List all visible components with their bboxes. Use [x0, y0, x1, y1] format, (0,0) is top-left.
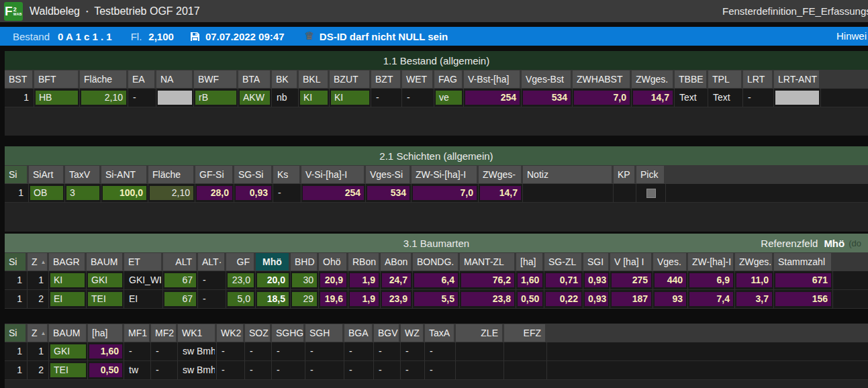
col-header-bst[interactable]: BST: [5, 70, 32, 88]
col-header-bondg[interactable]: BONDG.: [413, 253, 458, 271]
col-header-kp[interactable]: KP: [614, 166, 634, 183]
hinweis-label[interactable]: Hinwei: [836, 27, 867, 46]
cell-ha[interactable]: 1,60: [516, 271, 544, 289]
cell-siart[interactable]: OB: [29, 184, 65, 202]
col-header-si-ant[interactable]: Si-ANT: [101, 166, 146, 183]
cell-bst[interactable]: 1: [5, 89, 34, 107]
cell-bft[interactable]: HB: [34, 89, 80, 107]
col-header-notiz[interactable]: Notiz: [523, 166, 612, 183]
col-header-efz[interactable]: EFZ: [504, 324, 545, 342]
cell-zle[interactable]: [456, 342, 504, 360]
col-header-alt[interactable]: ALT·: [198, 253, 224, 271]
col-header-si[interactable]: Si: [5, 324, 26, 342]
col-header-vges[interactable]: Vges.: [653, 253, 686, 271]
cell-vges[interactable]: 440: [653, 271, 688, 289]
col-header-bzt[interactable]: BZT: [371, 70, 400, 88]
cell-taxv[interactable]: 3: [65, 184, 101, 202]
col-header-si[interactable]: Si: [5, 253, 26, 271]
col-header-bagr[interactable]: BAGR: [49, 253, 85, 271]
cell-tbbe[interactable]: Text: [675, 89, 708, 107]
cell-v-si-ha-i[interactable]: 254: [301, 184, 366, 202]
cell-bagr[interactable]: KI: [49, 271, 87, 289]
cell-ohö[interactable]: 20,9: [319, 271, 348, 289]
cell-ohö[interactable]: 19,6: [319, 290, 348, 308]
col-header-gf[interactable]: GF: [226, 253, 254, 271]
col-header-mf1[interactable]: MF1: [124, 324, 149, 342]
cell-zwges[interactable]: 14,7: [479, 184, 523, 202]
cell-zwges[interactable]: 11,0: [735, 271, 774, 289]
cell-ha[interactable]: 0,50: [516, 290, 544, 308]
cell-si[interactable]: 1: [5, 361, 28, 379]
cell-sghg[interactable]: -: [272, 361, 305, 379]
cell-bgv[interactable]: -: [374, 361, 401, 379]
col-header-v-bst-ha[interactable]: V-Bst-[ha]: [464, 70, 520, 88]
cell-sg-zl[interactable]: 0,71: [544, 271, 583, 289]
cell-baum[interactable]: TEI: [87, 290, 124, 308]
cell-zw-si-ha-i[interactable]: 7,0: [412, 184, 479, 202]
col-header-ha[interactable]: [ha]: [88, 324, 122, 342]
col-header-z[interactable]: Z▲: [28, 253, 47, 271]
cell-mhö[interactable]: 20,0: [256, 271, 291, 289]
col-header-sghg[interactable]: SGHG: [272, 324, 303, 342]
cell-sg-si[interactable]: 0,93: [234, 184, 273, 202]
cell-bga[interactable]: -: [344, 342, 374, 360]
col-header-z[interactable]: Z▲: [28, 324, 47, 342]
cell-vges-bst[interactable]: 534: [522, 89, 573, 107]
cell-z[interactable]: 2: [28, 361, 49, 379]
col-header-v-si-ha-i[interactable]: V-Si-[ha]-I: [301, 166, 364, 183]
cell-si[interactable]: 1: [5, 271, 28, 289]
cell-kp[interactable]: [614, 184, 636, 202]
col-header-bk[interactable]: BK: [272, 70, 297, 88]
cell-mf2[interactable]: -: [151, 342, 178, 360]
col-header-fläche[interactable]: Fläche: [80, 70, 126, 88]
cell-bta[interactable]: AKW: [238, 89, 272, 107]
cell-bkl[interactable]: KI: [299, 89, 330, 107]
cell-stammzahl[interactable]: 156: [774, 290, 833, 308]
cell-soz[interactable]: -: [245, 342, 272, 360]
cell-wk2[interactable]: -: [217, 361, 245, 379]
col-header-zle[interactable]: ZLE: [456, 324, 502, 342]
col-header-et[interactable]: ET: [124, 253, 161, 271]
col-header-sg-si[interactable]: SG-Si: [234, 166, 271, 183]
cell-baum[interactable]: GKI: [49, 342, 88, 360]
col-header-mf2[interactable]: MF2: [151, 324, 176, 342]
cell-wk1[interactable]: sw Bmh: [178, 342, 217, 360]
col-header-bft[interactable]: BFT: [34, 70, 78, 88]
col-header-na[interactable]: NA: [156, 70, 192, 88]
col-header-baum[interactable]: BAUM: [87, 253, 122, 271]
cell-mant-zl[interactable]: 23,8: [460, 290, 516, 308]
col-header-fag[interactable]: FAG: [434, 70, 462, 88]
cell-na[interactable]: [156, 89, 194, 107]
col-header-ea[interactable]: EA: [128, 70, 154, 88]
cell-bhd[interactable]: 29: [291, 290, 319, 308]
col-header-sgh[interactable]: SGH: [305, 324, 342, 342]
cell-stammzahl[interactable]: 671: [774, 271, 833, 289]
cell-rbon[interactable]: 1,9: [348, 271, 381, 289]
cell-bga[interactable]: -: [344, 361, 374, 379]
cell-fag[interactable]: ve: [434, 89, 464, 107]
cell-wk2[interactable]: -: [217, 342, 245, 360]
col-header-soz[interactable]: SOZ: [245, 324, 270, 342]
cell-bondg[interactable]: 5,5: [413, 290, 460, 308]
col-header-bta[interactable]: BTA: [238, 70, 270, 88]
cell-si[interactable]: 1: [5, 184, 29, 202]
cell-soz[interactable]: -: [245, 361, 272, 379]
cell-si[interactable]: 1: [5, 342, 28, 360]
col-header-sgi[interactable]: SGI: [583, 253, 608, 271]
cell-zwges[interactable]: 14,7: [632, 89, 675, 107]
cell-sghg[interactable]: -: [272, 342, 305, 360]
cell-v-ha-i[interactable]: 187: [610, 290, 653, 308]
cell-sgh[interactable]: -: [305, 342, 344, 360]
cell-efz[interactable]: [504, 361, 547, 379]
col-header-lrt-ant[interactable]: LRT-ANT: [774, 70, 819, 88]
col-header-taxa[interactable]: TaxA: [425, 324, 454, 342]
col-header-bhd[interactable]: BHD: [291, 253, 317, 271]
col-header-alt[interactable]: ALT: [163, 253, 196, 271]
col-header-mant-zl[interactable]: MANT-ZL: [460, 253, 514, 271]
col-header-zwges[interactable]: ZWges.: [632, 70, 673, 88]
col-header-zw-si-ha-i[interactable]: ZW-Si-[ha]-I: [412, 166, 477, 183]
cell-bagr[interactable]: EI: [49, 290, 87, 308]
cell-zwhabst[interactable]: 7,0: [573, 89, 632, 107]
cell-wk1[interactable]: sw Bmh: [178, 361, 217, 379]
col-header-sg-zl[interactable]: SG-ZL: [544, 253, 581, 271]
